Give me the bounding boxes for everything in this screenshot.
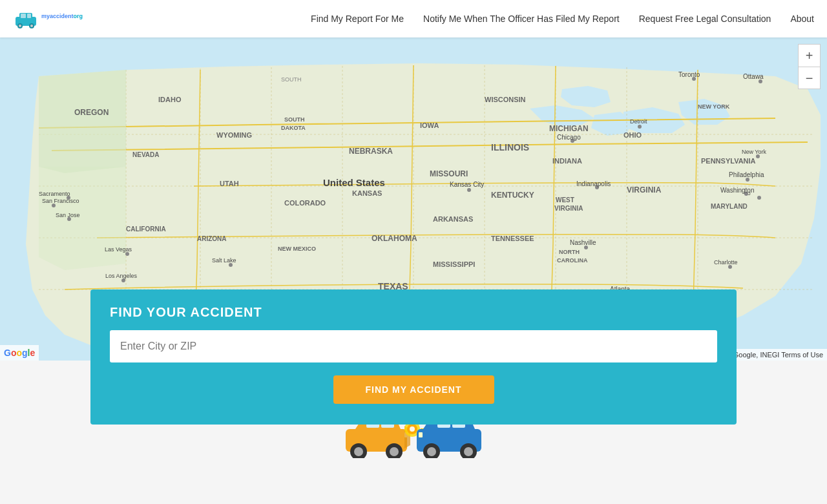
svg-point-142 — [427, 447, 436, 456]
search-panel-title: FIND YOUR ACCIDENT — [110, 305, 717, 320]
svg-text:Nashville: Nashville — [570, 239, 596, 246]
svg-text:IDAHO: IDAHO — [158, 96, 182, 103]
svg-text:ILLINOIS: ILLINOIS — [491, 142, 529, 152]
svg-text:WEST: WEST — [556, 196, 574, 204]
svg-rect-7 — [27, 14, 31, 18]
svg-text:San Jose: San Jose — [56, 212, 80, 218]
svg-text:MARYLAND: MARYLAND — [711, 203, 748, 210]
svg-text:NEVADA: NEVADA — [132, 151, 159, 158]
svg-text:UTAH: UTAH — [220, 180, 239, 187]
svg-text:Las Vegas: Las Vegas — [105, 246, 132, 253]
svg-text:SOUTH: SOUTH — [281, 76, 302, 83]
svg-text:Chicago: Chicago — [557, 134, 581, 141]
svg-text:VIRGINIA: VIRGINIA — [627, 185, 662, 194]
find-accident-button[interactable]: FIND MY ACCIDENT — [333, 375, 494, 404]
svg-text:ARKANSAS: ARKANSAS — [433, 215, 473, 223]
zoom-in-button[interactable]: + — [798, 44, 821, 67]
svg-text:INDIANA: INDIANA — [552, 157, 582, 165]
logo-text-main: myaccident — [41, 13, 74, 19]
terms-of-use-link[interactable]: Terms of Use — [781, 351, 823, 359]
svg-point-63 — [638, 125, 642, 129]
svg-text:OREGON: OREGON — [74, 108, 109, 117]
svg-text:Philadelphia: Philadelphia — [729, 171, 764, 178]
svg-point-140 — [464, 447, 473, 456]
svg-point-77 — [757, 196, 761, 200]
svg-text:Sacramento: Sacramento — [39, 191, 70, 197]
logo-icon — [13, 8, 39, 30]
svg-text:WISCONSIN: WISCONSIN — [485, 96, 526, 103]
logo-text: myaccidentorg — [41, 14, 83, 24]
svg-point-130 — [410, 426, 415, 432]
svg-text:Charlotte: Charlotte — [714, 259, 738, 266]
header: myaccidentorg Find My Report For Me Noti… — [0, 0, 827, 37]
svg-text:DAKOTA: DAKOTA — [281, 125, 306, 131]
svg-text:Toronto: Toronto — [678, 71, 700, 78]
nav: Find My Report For Me Notify Me When The… — [311, 14, 814, 24]
svg-text:WYOMING: WYOMING — [216, 131, 252, 139]
svg-text:OHIO: OHIO — [623, 131, 642, 139]
svg-text:NORTH: NORTH — [559, 249, 580, 255]
google-attribution: Google — [0, 345, 39, 361]
zoom-controls: + − — [798, 44, 821, 89]
nav-find-report[interactable]: Find My Report For Me — [311, 14, 404, 24]
svg-text:MICHIGAN: MICHIGAN — [549, 124, 589, 133]
svg-text:ARIZONA: ARIZONA — [197, 235, 227, 242]
svg-rect-6 — [21, 14, 26, 18]
svg-text:TENNESSEE: TENNESSEE — [491, 235, 534, 242]
map-provider-text: Google, INEGI — [733, 351, 780, 359]
svg-rect-143 — [419, 432, 423, 437]
svg-text:Los Angeles: Los Angeles — [105, 273, 138, 279]
svg-text:KENTUCKY: KENTUCKY — [491, 191, 534, 200]
svg-text:SOUTH: SOUTH — [284, 116, 305, 123]
svg-text:PENNSYLVANIA: PENNSYLVANIA — [701, 157, 756, 165]
svg-text:COLORADO: COLORADO — [284, 199, 326, 207]
svg-text:VIRGINIA: VIRGINIA — [554, 205, 583, 212]
svg-text:New York: New York — [742, 149, 767, 155]
svg-text:Salt Lake: Salt Lake — [212, 257, 236, 264]
svg-text:IOWA: IOWA — [420, 121, 439, 129]
svg-point-126 — [390, 447, 399, 456]
svg-text:NEW MEXICO: NEW MEXICO — [278, 246, 316, 252]
svg-text:MISSISSIPPI: MISSISSIPPI — [433, 260, 475, 268]
svg-text:San Francisco: San Francisco — [42, 198, 79, 204]
google-logo: Google — [4, 348, 35, 358]
search-panel: FIND YOUR ACCIDENT FIND MY ACCIDENT — [90, 289, 737, 425]
svg-text:OKLAHOMA: OKLAHOMA — [372, 234, 417, 243]
svg-text:CALIFORNIA: CALIFORNIA — [126, 226, 166, 233]
svg-text:KANSAS: KANSAS — [352, 189, 382, 197]
svg-point-5 — [30, 25, 33, 27]
svg-text:Ottawa: Ottawa — [743, 73, 764, 80]
svg-text:CAROLINA: CAROLINA — [557, 257, 588, 264]
svg-point-124 — [354, 447, 363, 456]
city-zip-input[interactable] — [110, 330, 717, 362]
svg-text:United States: United States — [323, 177, 385, 188]
nav-about[interactable]: About — [790, 14, 814, 24]
nav-notify[interactable]: Notify Me When The Officer Has Filed My … — [423, 14, 620, 24]
svg-text:Indianapolis: Indianapolis — [576, 180, 611, 187]
svg-text:Washington: Washington — [720, 187, 754, 194]
svg-text:NEW YORK: NEW YORK — [698, 103, 730, 110]
svg-text:Detroit: Detroit — [630, 118, 647, 125]
search-input-wrapper — [110, 330, 717, 362]
svg-text:NEBRASKA: NEBRASKA — [349, 147, 393, 156]
svg-text:MISSOURI: MISSOURI — [430, 169, 468, 178]
svg-point-4 — [19, 25, 21, 27]
svg-point-67 — [467, 188, 471, 192]
zoom-out-button[interactable]: − — [798, 67, 821, 89]
nav-legal[interactable]: Request Free Legal Consultation — [639, 14, 771, 24]
svg-text:Kansas City: Kansas City — [450, 181, 484, 188]
logo[interactable]: myaccidentorg — [13, 8, 83, 30]
